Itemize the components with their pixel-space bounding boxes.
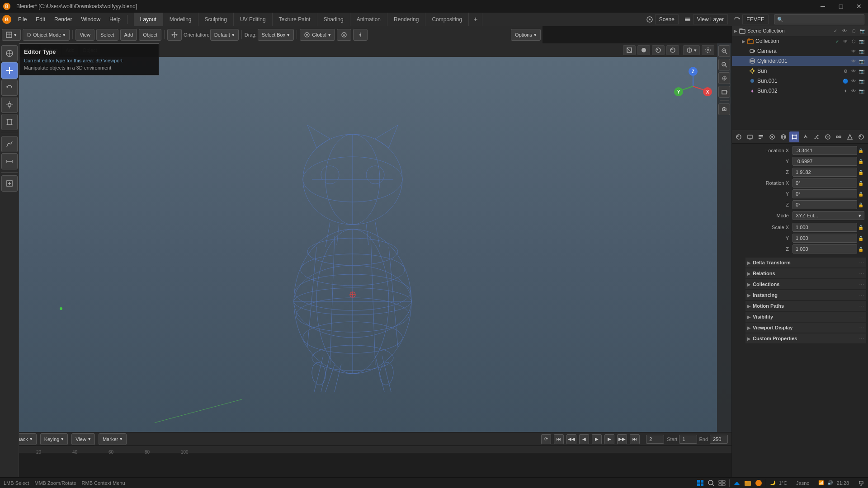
close-button[interactable]: ✕ (850, 0, 868, 13)
minimize-button[interactable]: ─ (814, 0, 832, 13)
edge-icon[interactable] (733, 479, 741, 487)
viewport-display-section[interactable]: ▶ Viewport Display ··· (745, 323, 866, 333)
jump-end-button[interactable]: ⏭ (630, 434, 640, 444)
tab-texturepaint[interactable]: Texture Paint (273, 13, 317, 26)
lock-x-icon[interactable]: 🔒 (857, 147, 864, 154)
scene-collection-row[interactable]: ▶ Scene Collection ✓ 👁 ⬡ 📷 (732, 25, 868, 36)
relations-section[interactable]: ▶ Relations ··· (745, 268, 866, 278)
tab-rendering[interactable]: Rendering (387, 13, 425, 26)
prop-particles-icon[interactable] (811, 131, 822, 142)
transform-tool[interactable] (1, 114, 18, 130)
sun002-vis-icon[interactable]: ✦ (842, 87, 849, 94)
render-icon[interactable]: 📷 (858, 57, 865, 65)
options-button[interactable]: Options ▾ (511, 29, 541, 41)
tab-compositing[interactable]: Compositing (425, 13, 469, 26)
render-engine-selector[interactable]: EEVEE (742, 14, 769, 24)
explorer-icon[interactable] (744, 479, 751, 487)
measure-tool[interactable] (1, 153, 18, 169)
current-frame-field[interactable]: 2 (646, 435, 664, 444)
add-cube-tool[interactable] (1, 175, 18, 192)
move-tool[interactable] (1, 62, 18, 79)
checkbox-icon[interactable]: ✓ (834, 38, 841, 45)
prop-constraints-icon[interactable] (834, 131, 844, 142)
sun-vis-icon[interactable]: ⚙ (842, 67, 849, 75)
global-search[interactable]: 🔍 (774, 14, 864, 24)
tab-sculpting[interactable]: Sculpting (198, 13, 234, 26)
eye-icon[interactable]: 👁 (850, 67, 857, 75)
view-camera-button[interactable] (718, 103, 730, 115)
scale-lock-x-icon[interactable]: 🔒 (857, 224, 864, 231)
rotate-tool[interactable] (1, 80, 18, 96)
tab-layout[interactable]: Layout (134, 13, 163, 26)
eye-icon[interactable]: 👁 (850, 87, 857, 94)
prop-data-icon[interactable] (845, 131, 855, 142)
pan-button[interactable] (718, 72, 730, 84)
zoom-in-button[interactable] (718, 45, 730, 57)
outliner-item-camera[interactable]: Camera 👁 📷 (732, 46, 868, 56)
view-menu[interactable]: View ▾ (71, 433, 95, 445)
outliner-item-collection[interactable]: ▶ Collection ✓ 👁 ⬡ 📷 (732, 36, 868, 46)
scale-z-field[interactable]: 1.000 (793, 244, 857, 253)
select-button[interactable]: Select (96, 29, 118, 41)
eye-icon[interactable]: 👁 (841, 27, 848, 34)
prop-modifier-icon[interactable] (800, 131, 811, 142)
notification-icon[interactable] (858, 480, 864, 486)
scale-lock-y-icon[interactable]: 🔒 (857, 235, 864, 242)
shading-solid-btn[interactable] (637, 45, 650, 55)
search-taskbar-icon[interactable] (708, 479, 715, 487)
lock-z-icon[interactable]: 🔒 (857, 169, 864, 176)
drag-dropdown[interactable]: Select Box ▾ (258, 29, 294, 41)
prop-output-icon[interactable] (745, 131, 755, 142)
delta-transform-section[interactable]: ▶ Delta Transform ··· (745, 258, 866, 267)
collections-section[interactable]: ▶ Collections ··· (745, 279, 866, 289)
location-x-field[interactable]: -3.3441 (793, 146, 857, 155)
object-button[interactable]: Object (139, 29, 161, 41)
outliner-item-sun001[interactable]: Sun.001 🔵 👁 📷 (732, 76, 868, 86)
end-frame-field[interactable]: 250 (710, 435, 728, 444)
marker-menu[interactable]: Marker ▾ (99, 433, 127, 445)
outliner-item-cylinder[interactable]: Cylinder.001 👁 📷 (732, 56, 868, 66)
snap-button[interactable]: Global ▾ (300, 29, 335, 41)
rot-lock-z-icon[interactable]: 🔒 (857, 201, 864, 208)
render-icon[interactable]: 📷 (858, 87, 865, 94)
prop-scene-icon[interactable] (767, 131, 778, 142)
blender-taskbar-icon[interactable] (755, 479, 762, 487)
eye-icon[interactable]: 👁 (850, 77, 857, 84)
outliner-item-sun002[interactable]: ✦ Sun.002 ✦ 👁 📷 (732, 86, 868, 96)
sync-button[interactable]: ⟳ (541, 434, 551, 444)
prev-keyframe-button[interactable]: ◀ (579, 434, 589, 444)
render-icon[interactable]: 📷 (858, 77, 865, 84)
navigation-gizmo[interactable]: Z X Y (673, 66, 713, 107)
shading-wireframe-btn[interactable] (623, 45, 636, 55)
menu-edit[interactable]: Edit (31, 13, 50, 26)
eye-icon[interactable]: 👁 (850, 47, 857, 55)
cursor-tool[interactable] (1, 45, 18, 61)
tab-uvediting[interactable]: UV Editing (234, 13, 273, 26)
taskview-icon[interactable] (718, 479, 726, 487)
eye-icon[interactable]: 👁 (850, 57, 857, 65)
sun001-vis-icon[interactable]: 🔵 (842, 77, 849, 84)
play-button[interactable]: ▶ (592, 434, 602, 444)
rotation-y-field[interactable]: 0° (793, 189, 857, 198)
add-workspace-button[interactable]: + (469, 13, 482, 26)
timeline-content[interactable]: 0 20 40 60 80 100 (0, 446, 731, 477)
overlay-btn[interactable]: ▾ (683, 45, 700, 55)
pivot-point-button[interactable] (353, 29, 368, 41)
render-vis-icon[interactable]: 📷 (858, 38, 865, 45)
editor-type-button[interactable]: ▾ (2, 29, 21, 41)
custom-props-section[interactable]: ▶ Custom Properties ··· (745, 333, 866, 343)
annotate-tool[interactable] (1, 136, 18, 152)
start-frame-field[interactable]: 1 (679, 435, 697, 444)
shading-material-btn[interactable] (652, 45, 665, 55)
scale-lock-z-icon[interactable]: 🔒 (857, 245, 864, 253)
next-frame-button[interactable]: ▶▶ (617, 434, 627, 444)
orientation-dropdown[interactable]: Default ▾ (210, 29, 239, 41)
prop-object-icon[interactable] (789, 131, 800, 142)
prop-viewlayer-icon[interactable] (756, 131, 766, 142)
viewport-vis-icon[interactable]: ⬡ (850, 38, 857, 45)
location-y-field[interactable]: -0.6997 (793, 157, 857, 166)
menu-file[interactable]: File (14, 13, 31, 26)
outliner-item-sun[interactable]: Sun ⚙ 👁 📷 (732, 66, 868, 76)
checkbox-icon[interactable]: ✓ (832, 27, 839, 34)
next-keyframe-button[interactable]: ▶ (604, 434, 614, 444)
